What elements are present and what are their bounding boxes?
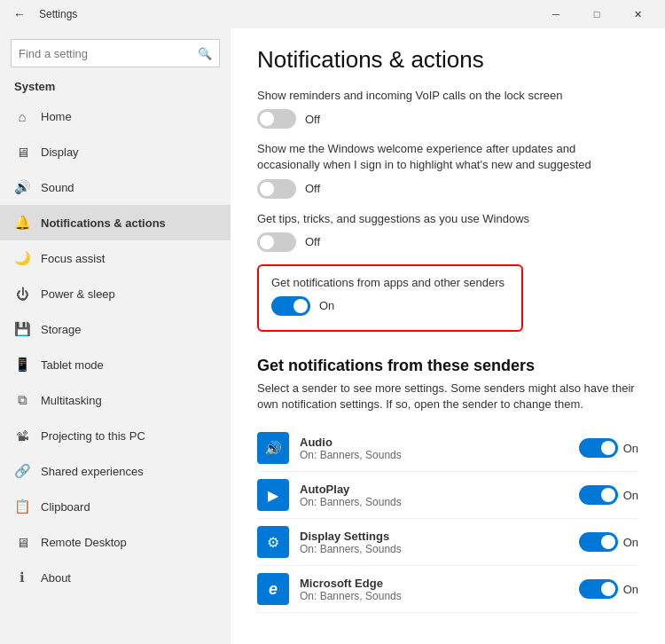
sidebar-item-projecting[interactable]: 📽 Projecting to this PC [0,418,231,453]
senders-section-title: Get notifications from these senders [257,357,638,375]
title-bar-controls: ─ □ ✕ [536,0,658,28]
toggle-tips-label: Off [305,235,320,248]
toggle-row-reminders: Off [257,109,638,129]
sidebar-item-home[interactable]: ⌂ Home [0,98,231,134]
app-row-autoplay[interactable]: ▶ AutoPlay On: Banners, Sounds On [257,472,638,519]
toggle-edge[interactable] [579,579,618,599]
app-icon-audio: 🔊 [257,432,289,464]
toggle-welcome[interactable] [257,179,296,199]
title-bar-left: ← Settings [7,2,77,27]
search-input[interactable] [19,47,198,60]
restore-button[interactable]: □ [576,0,617,28]
toggle-display-settings-label: On [623,536,638,549]
toggle-row-welcome: Off [257,179,638,199]
projecting-icon: 📽 [14,428,30,444]
sidebar-item-label: Remote Desktop [41,536,127,549]
highlight-box: Get notifications from apps and other se… [257,264,523,332]
toggle-row-tips: Off [257,232,638,252]
sidebar-item-label: Projecting to this PC [41,429,145,443]
back-button[interactable]: ← [7,2,32,27]
app-toggle-group-edge: On [579,579,638,599]
app-toggle-group-audio: On [579,438,638,458]
sidebar-item-label: Notifications & actions [41,216,166,230]
sidebar-item-label: Clipboard [41,500,90,514]
search-box[interactable]: 🔍 [11,39,220,67]
sidebar-item-about[interactable]: ℹ About [0,560,231,595]
app-row-audio[interactable]: 🔊 Audio On: Banners, Sounds On [257,425,638,472]
toggle-notifications[interactable] [271,296,310,316]
app-name-autoplay: AutoPlay [300,483,568,496]
sidebar-section-label: System [0,75,231,98]
multitask-icon: ⧉ [14,392,30,408]
display-settings-icon: ⚙ [267,534,279,551]
toggle-edge-label: On [623,583,638,596]
remote-icon: 🖥 [14,534,30,550]
sidebar-item-power[interactable]: ⏻ Power & sleep [0,276,231,311]
power-icon: ⏻ [14,286,30,302]
toggle-row-highlighted: On [271,296,509,316]
sidebar-item-label: Shared experiences [41,465,144,478]
setting-reminders-text: Show reminders and incoming VoIP calls o… [257,88,638,104]
edge-icon: e [269,580,278,599]
app-info-edge: Microsoft Edge On: Banners, Sounds [300,577,568,602]
display-icon: 🖥 [14,144,30,160]
toggle-welcome-label: Off [305,182,320,195]
page-title: Notifications & actions [257,46,638,74]
tablet-icon: 📱 [14,357,30,373]
sidebar-item-label: Sound [41,181,74,194]
sidebar-item-shared[interactable]: 🔗 Shared experiences [0,453,231,489]
sidebar-item-remote[interactable]: 🖥 Remote Desktop [0,524,231,560]
title-bar: ← Settings ─ □ ✕ [0,0,665,28]
sidebar-item-notifications[interactable]: 🔔 Notifications & actions [0,205,231,240]
app-name-audio: Audio [300,436,568,449]
sidebar-item-label: Storage [41,323,82,336]
close-button[interactable]: ✕ [617,0,658,28]
sidebar-item-label: Multitasking [41,394,102,407]
app-sub-autoplay: On: Banners, Sounds [300,496,568,508]
sidebar-item-label: Tablet mode [41,358,104,372]
app-row-edge[interactable]: e Microsoft Edge On: Banners, Sounds On [257,566,638,613]
app-icon-display-settings: ⚙ [257,526,289,558]
senders-section-desc: Select a sender to see more settings. So… [257,381,638,412]
app-name-display-settings: Display Settings [300,530,568,543]
toggle-audio[interactable] [579,438,618,458]
sidebar-item-clipboard[interactable]: 📋 Clipboard [0,489,231,524]
sidebar-item-display[interactable]: 🖥 Display [0,134,231,169]
sidebar-item-label: Power & sleep [41,287,115,301]
app-body: 🔍 System ⌂ Home 🖥 Display 🔊 Sound 🔔 Noti… [0,28,665,644]
app-sub-edge: On: Banners, Sounds [300,590,568,602]
search-icon: 🔍 [198,47,212,60]
notifications-icon: 🔔 [14,215,30,231]
setting-welcome-text: Show me the Windows welcome experience a… [257,141,638,173]
app-icon-autoplay: ▶ [257,479,289,511]
sidebar: 🔍 System ⌂ Home 🖥 Display 🔊 Sound 🔔 Noti… [0,28,231,644]
sidebar-item-focus[interactable]: 🌙 Focus assist [0,240,231,276]
app-row-display-settings[interactable]: ⚙ Display Settings On: Banners, Sounds O… [257,519,638,566]
app-toggle-group-autoplay: On [579,485,638,505]
toggle-tips[interactable] [257,232,296,252]
sidebar-item-storage[interactable]: 💾 Storage [0,311,231,347]
title-bar-title: Settings [39,8,77,20]
sound-icon: 🔊 [14,179,30,195]
setting-reminders: Show reminders and incoming VoIP calls o… [257,88,638,129]
app-icon-edge: e [257,573,289,605]
about-icon: ℹ [14,569,30,585]
minimize-button[interactable]: ─ [536,0,576,28]
sidebar-item-sound[interactable]: 🔊 Sound [0,169,231,205]
focus-icon: 🌙 [14,250,30,266]
app-info-audio: Audio On: Banners, Sounds [300,436,568,461]
sidebar-item-label: Focus assist [41,252,105,265]
home-icon: ⌂ [14,108,30,124]
toggle-display-settings[interactable] [579,532,618,552]
toggle-reminders[interactable] [257,109,296,129]
app-sub-audio: On: Banners, Sounds [300,449,568,461]
storage-icon: 💾 [14,321,30,337]
toggle-notifications-label: On [319,299,334,312]
sidebar-item-multitasking[interactable]: ⧉ Multitasking [0,382,231,418]
app-sub-display-settings: On: Banners, Sounds [300,543,568,555]
toggle-autoplay[interactable] [579,485,618,505]
sidebar-item-tablet[interactable]: 📱 Tablet mode [0,347,231,382]
shared-icon: 🔗 [14,463,30,479]
highlighted-setting-text: Get notifications from apps and other se… [271,275,509,291]
sidebar-item-label: Display [41,145,79,159]
